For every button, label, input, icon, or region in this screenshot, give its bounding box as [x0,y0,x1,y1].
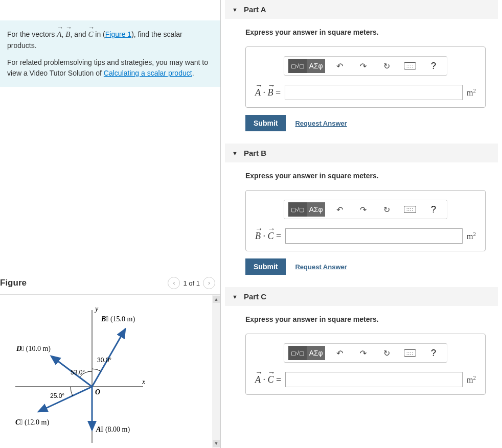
part-b-lhs: B · C = [255,231,281,242]
reset-button[interactable]: ↻ [377,202,396,217]
part-b-toolbar: ▢√▢ ΑΣφ ↶ ↷ ↻ :::: ? [284,200,447,219]
part-a-lhs: A · B = [255,87,281,98]
part-a-toolbar: ▢√▢ ΑΣφ ↶ ↷ ↻ :::: ? [284,56,447,76]
part-c-input[interactable] [285,372,463,387]
caret-down-icon: ▼ [232,294,238,300]
figure-prev-button[interactable]: ‹ [168,277,180,289]
part-a-title: Part A [244,5,266,14]
reset-icon: ↻ [383,348,390,358]
undo-button[interactable]: ↶ [330,346,349,360]
y-axis-label: y [94,305,99,313]
part-b-input[interactable] [285,228,463,244]
scroll-down-icon[interactable]: ▼ [213,440,220,447]
part-b-header[interactable]: ▼ Part B [225,144,498,162]
problem-statement: For the vectors A, B, and C in (Figure 1… [0,20,220,87]
part-b-answer-box: ▢√▢ ΑΣφ ↶ ↷ ↻ :::: ? B · C = m2 [245,190,486,251]
part-b-submit-button[interactable]: Submit [245,258,286,275]
part-c-header[interactable]: ▼ Part C [225,287,498,306]
keyboard-button[interactable]: :::: [401,202,419,217]
keyboard-icon: :::: [404,206,416,213]
help-icon: ? [431,348,436,359]
figure-link[interactable]: Figure 1 [105,30,131,38]
svg-text:B⃗ (15.0 m): B⃗ (15.0 m) [101,315,135,323]
part-c-instruction: Express your answer in square meters. [245,315,486,323]
problem-intro-prefix: For the vectors [7,30,57,38]
reset-button[interactable]: ↻ [377,346,396,360]
part-a: ▼ Part A Express your answer in square m… [225,0,498,137]
keyboard-button[interactable]: :::: [401,346,419,360]
part-a-unit: m2 [467,87,476,98]
greek-button[interactable]: ΑΣφ [307,202,325,217]
help-button[interactable]: ? [424,202,443,217]
part-a-request-answer-link[interactable]: Request Answer [295,120,347,127]
svg-text:C⃗ (12.0 m): C⃗ (12.0 m) [15,418,50,427]
part-b-instruction: Express your answer in square meters. [245,172,486,180]
greek-button[interactable]: ΑΣφ [307,346,325,360]
part-c-lhs: A · C = [255,374,281,385]
undo-icon: ↶ [336,205,343,215]
template-button[interactable]: ▢√▢ [288,346,307,360]
part-c-answer-box: ▢√▢ ΑΣφ ↶ ↷ ↻ :::: ? A · C = m2 [245,334,486,395]
part-a-input[interactable] [285,85,463,100]
part-c-unit: m2 [467,374,476,385]
part-a-header[interactable]: ▼ Part A [225,0,498,19]
undo-button[interactable]: ↶ [330,202,349,217]
undo-button[interactable]: ↶ [330,59,349,73]
help-icon: ? [431,204,436,215]
keyboard-icon: :::: [404,62,416,69]
help-button[interactable]: ? [424,346,443,360]
template-button[interactable]: ▢√▢ [288,202,307,217]
redo-icon: ↷ [360,61,367,71]
figure-pager: 1 of 1 [183,279,200,287]
svg-text:A⃗ (8.00 m): A⃗ (8.00 m) [96,426,130,434]
origin-label: O [95,388,100,396]
part-c-title: Part C [244,292,266,301]
part-c-toolbar: ▢√▢ ΑΣφ ↶ ↷ ↻ :::: ? [284,343,447,363]
figure-section: Figure ‹ 1 of 1 › [0,272,220,448]
part-b: ▼ Part B Express your answer in square m… [225,144,498,281]
angle-c: 25.0° [50,392,64,399]
right-panel: ▼ Part A Express your answer in square m… [221,0,502,448]
svg-text:D⃗ (10.0 m): D⃗ (10.0 m) [16,345,51,353]
greek-button[interactable]: ΑΣφ [307,59,325,73]
part-a-answer-box: ▢√▢ ΑΣφ ↶ ↷ ↻ :::: ? A · B = m2 [245,46,486,108]
x-axis-label: x [142,378,146,386]
caret-down-icon: ▼ [232,150,238,156]
figure-scrollbar[interactable]: ▲ ▼ [212,295,220,448]
redo-icon: ↷ [360,205,367,215]
template-button[interactable]: ▢√▢ [288,59,307,73]
help-button[interactable]: ? [424,59,443,73]
reset-button[interactable]: ↻ [377,59,396,73]
undo-icon: ↶ [336,61,343,71]
figure-nav: ‹ 1 of 1 › [168,277,215,289]
vector-diagram: x y O B⃗ (15.0 m) D⃗ (10.0 m) C⃗ (12.0 m… [10,300,204,448]
redo-button[interactable]: ↷ [354,346,372,360]
problem-intro-middle: in ( [95,30,105,38]
figure-title: Figure [0,278,27,288]
figure-body: x y O B⃗ (15.0 m) D⃗ (10.0 m) C⃗ (12.0 m… [0,295,220,448]
tips-link[interactable]: Calculating a scalar product [104,69,192,77]
part-b-unit: m2 [467,231,476,241]
caret-down-icon: ▼ [232,7,238,13]
angle-d: 53.0° [71,369,85,376]
part-b-request-answer-link[interactable]: Request Answer [295,263,347,271]
part-a-submit-button[interactable]: Submit [245,115,286,131]
keyboard-icon: :::: [404,349,416,357]
redo-button[interactable]: ↷ [354,202,372,217]
left-panel: For the vectors A, B, and C in (Figure 1… [0,0,221,448]
part-c: ▼ Part C Express your answer in square m… [225,287,498,408]
angle-b: 30.0° [97,357,111,364]
redo-icon: ↷ [360,348,367,358]
figure-next-button[interactable]: › [203,277,215,289]
svg-line-6 [38,387,92,412]
keyboard-button[interactable]: :::: [401,59,419,73]
scroll-up-icon[interactable]: ▲ [213,296,220,303]
part-a-instruction: Express your answer in square meters. [245,28,486,36]
help-icon: ? [431,61,436,72]
reset-icon: ↻ [383,61,390,71]
part-b-title: Part B [244,149,266,157]
redo-button[interactable]: ↷ [354,59,372,73]
reset-icon: ↻ [383,205,390,215]
undo-icon: ↶ [336,348,343,358]
